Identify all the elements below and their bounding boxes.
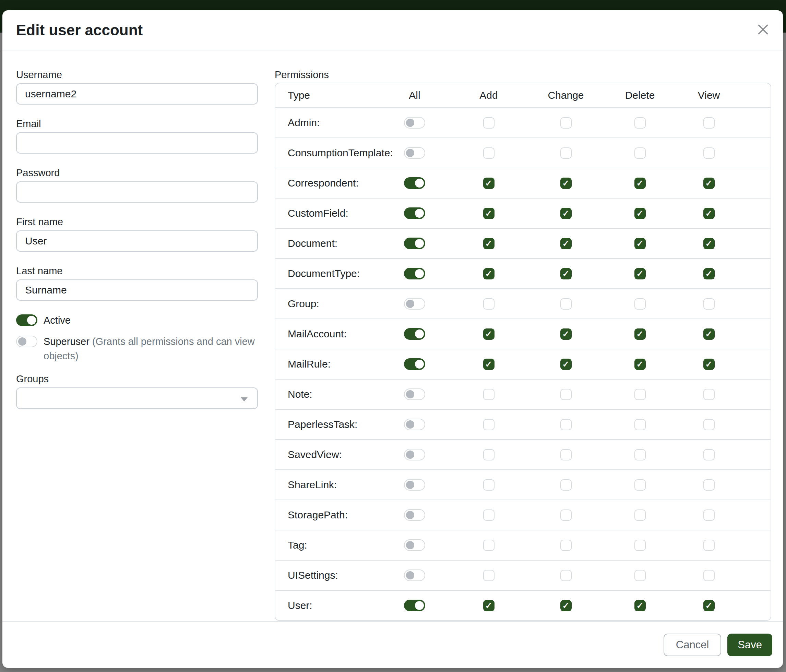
permission-checkbox-change[interactable] [560, 268, 572, 279]
permission-checkbox-view[interactable] [703, 238, 715, 249]
permission-toggle-all[interactable] [404, 328, 425, 340]
email-input[interactable] [16, 132, 258, 154]
close-button[interactable] [753, 20, 773, 40]
permission-checkbox-delete[interactable] [634, 238, 646, 249]
permission-checkbox-delete[interactable] [634, 570, 646, 581]
permission-toggle-all[interactable] [404, 298, 425, 309]
permission-checkbox-change[interactable] [560, 177, 572, 189]
groups-select[interactable] [16, 388, 258, 409]
first-name-input[interactable] [16, 231, 258, 252]
permission-checkbox-delete[interactable] [634, 540, 646, 551]
permission-row: Note: [275, 379, 770, 409]
last-name-label: Last name [16, 265, 258, 277]
permission-checkbox-add[interactable] [483, 389, 495, 400]
permission-checkbox-delete[interactable] [634, 509, 646, 521]
permission-checkbox-delete[interactable] [634, 389, 646, 400]
permission-toggle-all[interactable] [404, 509, 425, 521]
permission-checkbox-add[interactable] [483, 570, 495, 581]
permission-checkbox-delete[interactable] [634, 328, 646, 340]
permission-toggle-all[interactable] [404, 177, 425, 189]
permission-checkbox-delete[interactable] [634, 479, 646, 491]
permission-checkbox-view[interactable] [703, 208, 715, 219]
permission-checkbox-delete[interactable] [634, 177, 646, 189]
permission-checkbox-delete[interactable] [634, 268, 646, 279]
permission-checkbox-add[interactable] [483, 208, 495, 219]
permission-toggle-all[interactable] [404, 117, 425, 129]
permission-checkbox-view[interactable] [703, 509, 715, 521]
permission-toggle-all[interactable] [404, 539, 425, 551]
permission-checkbox-change[interactable] [560, 328, 572, 340]
permission-checkbox-delete[interactable] [634, 298, 646, 309]
permission-toggle-all[interactable] [404, 268, 425, 279]
permission-toggle-all[interactable] [404, 479, 425, 491]
permission-checkbox-change[interactable] [560, 208, 572, 219]
permission-checkbox-view[interactable] [703, 600, 715, 611]
permission-checkbox-view[interactable] [703, 148, 715, 159]
permission-checkbox-change[interactable] [560, 238, 572, 249]
permission-checkbox-change[interactable] [560, 570, 572, 581]
permission-checkbox-view[interactable] [703, 419, 715, 430]
permission-checkbox-add[interactable] [483, 148, 495, 159]
permission-toggle-all[interactable] [404, 570, 425, 581]
permission-checkbox-change[interactable] [560, 359, 572, 370]
cancel-button[interactable]: Cancel [663, 634, 722, 656]
permission-checkbox-change[interactable] [560, 509, 572, 521]
permission-checkbox-delete[interactable] [634, 449, 646, 460]
permission-checkbox-view[interactable] [703, 479, 715, 491]
permission-checkbox-change[interactable] [560, 298, 572, 309]
permission-checkbox-view[interactable] [703, 570, 715, 581]
permission-checkbox-add[interactable] [483, 268, 495, 279]
permission-row: ShareLink: [275, 469, 770, 499]
permission-checkbox-add[interactable] [483, 298, 495, 309]
permission-checkbox-delete[interactable] [634, 148, 646, 159]
permission-toggle-all[interactable] [404, 147, 425, 159]
permission-checkbox-view[interactable] [703, 268, 715, 279]
permission-checkbox-view[interactable] [703, 117, 715, 129]
permission-toggle-all[interactable] [404, 207, 425, 219]
permission-checkbox-delete[interactable] [634, 208, 646, 219]
permission-checkbox-change[interactable] [560, 148, 572, 159]
permission-checkbox-add[interactable] [483, 479, 495, 491]
permission-checkbox-change[interactable] [560, 449, 572, 460]
last-name-input[interactable] [16, 279, 258, 301]
save-button[interactable]: Save [727, 634, 772, 656]
permission-toggle-all[interactable] [404, 388, 425, 400]
permission-checkbox-add[interactable] [483, 419, 495, 430]
password-input[interactable] [16, 181, 258, 203]
permission-checkbox-change[interactable] [560, 600, 572, 611]
permission-checkbox-view[interactable] [703, 389, 715, 400]
permission-checkbox-add[interactable] [483, 238, 495, 249]
permission-checkbox-add[interactable] [483, 359, 495, 370]
permission-checkbox-delete[interactable] [634, 600, 646, 611]
permission-checkbox-view[interactable] [703, 328, 715, 340]
permission-toggle-all[interactable] [404, 449, 425, 460]
permission-checkbox-add[interactable] [483, 540, 495, 551]
permission-checkbox-add[interactable] [483, 600, 495, 611]
permission-checkbox-view[interactable] [703, 177, 715, 189]
permission-checkbox-change[interactable] [560, 117, 572, 129]
permission-checkbox-change[interactable] [560, 540, 572, 551]
permission-checkbox-add[interactable] [483, 117, 495, 129]
permission-toggle-all[interactable] [404, 238, 425, 249]
permission-toggle-all[interactable] [404, 600, 425, 611]
permission-checkbox-change[interactable] [560, 389, 572, 400]
username-input[interactable] [16, 83, 258, 105]
permission-checkbox-add[interactable] [483, 177, 495, 189]
permission-checkbox-change[interactable] [560, 479, 572, 491]
permission-checkbox-view[interactable] [703, 449, 715, 460]
permission-checkbox-add[interactable] [483, 328, 495, 340]
permission-checkbox-delete[interactable] [634, 117, 646, 129]
permission-toggle-all[interactable] [404, 358, 425, 370]
permission-checkbox-view[interactable] [703, 298, 715, 309]
permission-checkbox-view[interactable] [703, 359, 715, 370]
permission-checkbox-view[interactable] [703, 540, 715, 551]
permission-checkbox-delete[interactable] [634, 359, 646, 370]
permission-checkbox-add[interactable] [483, 449, 495, 460]
active-toggle[interactable] [16, 314, 38, 326]
permission-checkbox-delete[interactable] [634, 419, 646, 430]
superuser-toggle[interactable] [16, 336, 38, 347]
permission-checkbox-add[interactable] [483, 509, 495, 521]
permission-checkbox-change[interactable] [560, 419, 572, 430]
permission-toggle-all[interactable] [404, 419, 425, 430]
permission-row: Document: [275, 228, 770, 258]
